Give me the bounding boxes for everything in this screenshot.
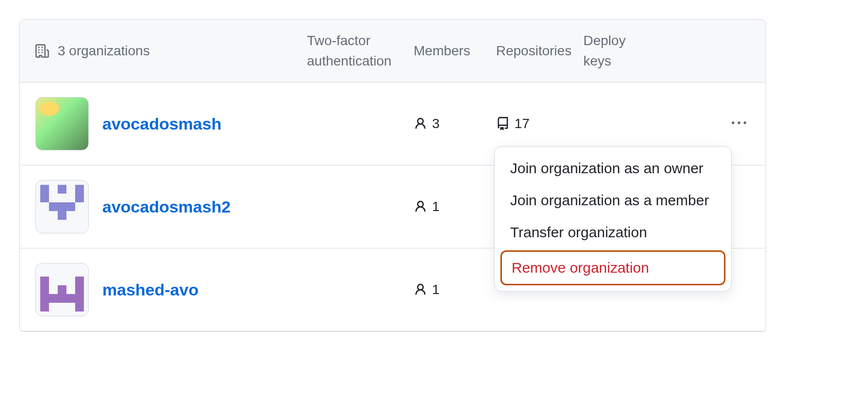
repo-icon [496, 117, 510, 131]
column-header-members: Members [414, 43, 496, 59]
org-link[interactable]: mashed-avo [102, 280, 198, 299]
dropdown-join-member[interactable]: Join organization as a member [500, 184, 725, 216]
dropdown-remove[interactable]: Remove organization [500, 250, 725, 285]
cell-members[interactable]: 3 [414, 116, 496, 131]
org-avatar[interactable] [35, 263, 89, 316]
kebab-icon [732, 116, 746, 131]
org-avatar[interactable] [35, 180, 89, 233]
org-actions-button[interactable] [728, 112, 750, 136]
org-name-cell: avocadosmash [35, 97, 307, 150]
org-link[interactable]: avocadosmash2 [102, 197, 231, 216]
org-avatar[interactable] [35, 97, 89, 150]
cell-members[interactable]: 1 [414, 199, 496, 214]
person-icon [414, 283, 427, 296]
org-name-cell: avocadosmash2 [35, 180, 307, 233]
org-actions-dropdown: Join organization as an owner Join organ… [494, 146, 732, 292]
org-count-text: 3 organizations [58, 43, 150, 59]
organizations-table: 3 organizations Two-factor authenticatio… [19, 19, 766, 332]
person-icon [414, 117, 427, 131]
organization-icon [35, 44, 49, 58]
cell-actions [646, 112, 750, 136]
cell-members[interactable]: 1 [414, 282, 496, 297]
members-count: 1 [432, 282, 440, 297]
dropdown-join-owner[interactable]: Join organization as an owner [500, 152, 725, 184]
members-count: 1 [432, 199, 440, 214]
repositories-count: 17 [514, 116, 530, 131]
table-header: 3 organizations Two-factor authenticatio… [20, 20, 766, 82]
org-name-cell: mashed-avo [35, 263, 307, 316]
person-icon [414, 200, 427, 213]
dropdown-transfer[interactable]: Transfer organization [500, 216, 725, 248]
cell-repositories[interactable]: 17 [496, 116, 583, 131]
column-header-deploy-keys: Deploy keys [583, 31, 646, 71]
org-count-header: 3 organizations [35, 43, 307, 59]
members-count: 3 [432, 116, 440, 131]
column-header-2fa: Two-factor authentication [307, 31, 414, 71]
column-header-repositories: Repositories [496, 43, 583, 59]
org-link[interactable]: avocadosmash [102, 115, 222, 133]
